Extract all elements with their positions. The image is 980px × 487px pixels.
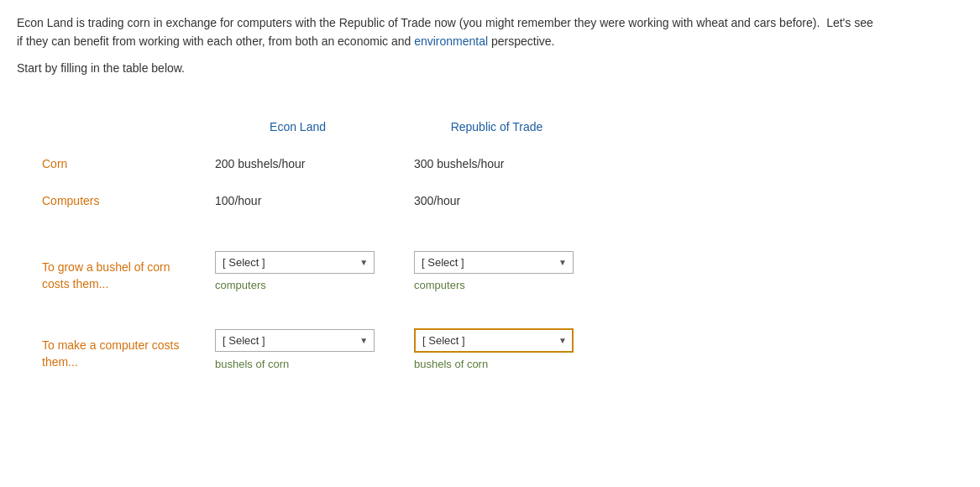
econland-computer-select-cell: [ Select ] 1/2 1/3 2 3 (198, 322, 397, 356)
table-row: Computers 100/hour 300/hour (25, 182, 596, 219)
econland-computers-value: 100/hour (198, 182, 397, 219)
row-label-corn: Corn (25, 145, 198, 182)
republic-corn-select-cell: [ Select ] 1/2 1/3 2 3 (397, 244, 596, 277)
col-header-label (25, 108, 198, 145)
econland-corn-select[interactable]: [ Select ] 1/2 1/3 2 3 (215, 251, 375, 274)
republic-corn-value: 300 bushels/hour (397, 145, 596, 182)
republic-computer-select-cell: [ Select ] 1/2 1/3 2 3 (397, 322, 596, 356)
econland-computer-unit: bushels of corn (198, 356, 397, 384)
republic-computer-select[interactable]: [ Select ] 1/2 1/3 2 3 (414, 328, 574, 353)
computer-cost-label: To make a computer costs them... (25, 322, 198, 384)
col-header-republic: Republic of Trade (397, 108, 596, 145)
corn-cost-label: To grow a bushel of corn costs them... (25, 244, 198, 305)
intro-line1: Econ Land is trading corn in exchange fo… (17, 13, 963, 51)
republic-computers-value: 300/hour (397, 182, 596, 219)
econland-computer-select[interactable]: [ Select ] 1/2 1/3 2 3 (215, 329, 375, 352)
spacer2 (25, 305, 963, 322)
republic-corn-select-wrapper: [ Select ] 1/2 1/3 2 3 (414, 251, 574, 274)
econland-corn-value: 200 bushels/hour (198, 145, 397, 182)
econland-corn-select-wrapper: [ Select ] 1/2 1/3 2 3 (215, 251, 375, 274)
row-label-computers: Computers (25, 182, 198, 219)
corn-cost-select-row: To grow a bushel of corn costs them... [… (25, 244, 596, 277)
table-row: Corn 200 bushels/hour 300 bushels/hour (25, 145, 596, 182)
col-header-econland: Econ Land (198, 108, 397, 145)
republic-corn-unit: computers (397, 277, 596, 305)
econland-corn-unit: computers (198, 277, 397, 305)
econland-corn-select-cell: [ Select ] 1/2 1/3 2 3 (198, 244, 397, 277)
republic-computer-select-wrapper: [ Select ] 1/2 1/3 2 3 (414, 328, 574, 353)
spacer (25, 219, 963, 244)
main-table-container: Econ Land Republic of Trade Corn 200 bus… (25, 108, 963, 384)
republic-corn-select[interactable]: [ Select ] 1/2 1/3 2 3 (414, 251, 574, 274)
computer-cost-table: To make a computer costs them... [ Selec… (25, 322, 596, 384)
corn-cost-table: To grow a bushel of corn costs them... [… (25, 244, 596, 305)
production-table: Econ Land Republic of Trade Corn 200 bus… (25, 108, 596, 219)
republic-computer-unit: bushels of corn (397, 356, 596, 384)
econland-computer-select-wrapper: [ Select ] 1/2 1/3 2 3 (215, 329, 375, 352)
computer-cost-select-row: To make a computer costs them... [ Selec… (25, 322, 596, 356)
start-instruction: Start by filling in the table below. (17, 61, 963, 75)
intro-paragraph: Econ Land is trading corn in exchange fo… (17, 13, 963, 51)
